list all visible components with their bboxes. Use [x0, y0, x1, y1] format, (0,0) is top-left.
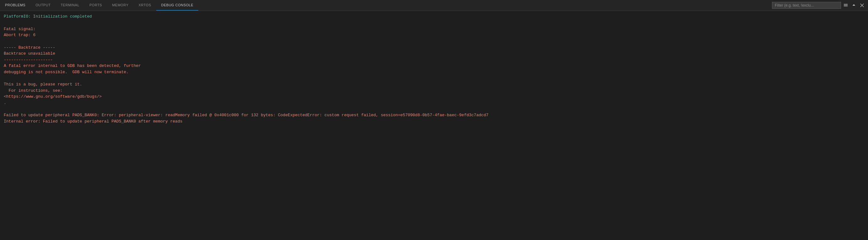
tab-problems[interactable]: PROBLEMS [0, 0, 30, 11]
close-panel-button[interactable] [859, 2, 866, 9]
console-line: Fatal signal: [4, 26, 864, 32]
clear-console-button[interactable] [842, 2, 849, 9]
console-line: Internal error: Failed to update periphe… [4, 118, 864, 125]
console-line [4, 38, 864, 44]
console-line: -------------------- [4, 57, 864, 63]
console-line: debugging is not possible. GDB will now … [4, 69, 864, 76]
console-line: <https://www.gnu.org/software/gdb/bugs/> [4, 94, 864, 100]
tab-debug-console[interactable]: DEBUG CONSOLE [156, 0, 198, 11]
console-line: Backtrace unavailable [4, 51, 864, 57]
scroll-up-button[interactable] [850, 2, 857, 9]
console-line: Abort trap: 6 [4, 32, 864, 38]
console-line: . [4, 100, 864, 106]
svg-rect-0 [844, 4, 847, 4]
console-line: Failed to update peripheral PADS_BANK0: … [4, 112, 864, 118]
svg-rect-1 [844, 5, 847, 5]
console-content: PlatformIO: Initialization completedFata… [0, 11, 868, 240]
console-line: PlatformIO: Initialization completed [4, 13, 864, 20]
console-line: For instructions, see: [4, 88, 864, 94]
tab-ports[interactable]: PORTS [85, 0, 107, 11]
tab-terminal[interactable]: TERMINAL [56, 0, 85, 11]
console-line [4, 20, 864, 26]
tab-output[interactable]: OUTPUT [30, 0, 56, 11]
svg-rect-2 [844, 6, 847, 6]
tab-memory[interactable]: MEMORY [107, 0, 133, 11]
toolbar-right [772, 2, 868, 9]
tab-bar: PROBLEMS OUTPUT TERMINAL PORTS MEMORY XR… [0, 0, 868, 11]
console-line [4, 75, 864, 81]
console-line [4, 106, 864, 112]
console-line: ----- Backtrace ----- [4, 44, 864, 51]
console-line: This is a bug, please report it. [4, 81, 864, 88]
console-line: A fatal error internal to GDB has been d… [4, 63, 864, 69]
tab-xrtos[interactable]: XRTOS [134, 0, 156, 11]
filter-input[interactable] [772, 2, 841, 9]
